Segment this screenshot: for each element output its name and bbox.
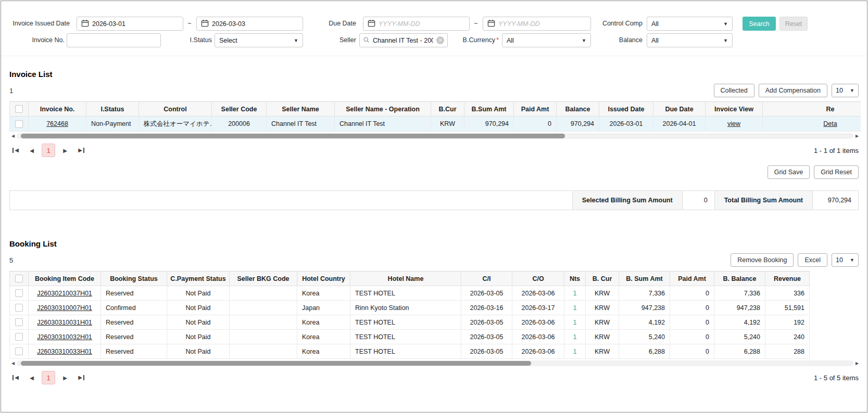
booking-item-code-cell-link[interactable]: J26030310033H01 (37, 348, 92, 355)
grid-save-button[interactable]: Grid Save (768, 165, 810, 179)
invoice-issued-date-label: Invoice Issued Date (9, 17, 70, 31)
first-page-button[interactable]: ◀ (9, 144, 22, 157)
add-compensation-button[interactable]: Add Compensation (759, 84, 827, 97)
col-issued-date[interactable]: Issued Date (599, 102, 653, 117)
prev-page-button[interactable]: ◀ (26, 144, 38, 157)
col-bsum-amt[interactable]: B.Sum Amt (464, 102, 514, 117)
calendar-icon[interactable] (487, 19, 495, 29)
scroll-left-icon[interactable]: ◀ (9, 133, 17, 139)
col-seller-code[interactable]: Seller Code (212, 102, 267, 117)
invoice-pager: ◀ ◀ 1 ▶ ▶ (9, 144, 87, 157)
invoice-view-cell-link[interactable]: view (727, 120, 740, 127)
control-comp-select[interactable]: All ▼ (647, 17, 733, 31)
row-checkbox[interactable] (15, 347, 23, 355)
grid-reset-button[interactable]: Grid Reset (814, 165, 859, 179)
invoice-no-input[interactable] (71, 37, 156, 44)
prev-page-button[interactable]: ◀ (26, 371, 38, 384)
next-page-button[interactable]: ▶ (59, 371, 71, 384)
col-control[interactable]: Control (139, 102, 212, 117)
booking-item-code-cell-link[interactable]: J26030310007H01 (37, 304, 92, 312)
col-seller-bkg-code[interactable]: Seller BKG Code (230, 272, 297, 286)
col-bbalance[interactable]: B. Balance (714, 272, 765, 286)
col-receipt[interactable]: Re (763, 102, 861, 117)
receipt-cell-link[interactable]: Deta (823, 120, 837, 127)
col-seller-name[interactable]: Seller Name (267, 102, 335, 117)
invoice-no-field[interactable] (67, 33, 161, 47)
select-all-checkbox[interactable] (15, 275, 23, 282)
booking-item-code-cell-link[interactable]: J26030210037H01 (37, 290, 92, 297)
booking-horizontal-scrollbar[interactable]: ◀ ▶ (9, 360, 861, 366)
calendar-icon[interactable] (81, 19, 89, 29)
col-istatus[interactable]: I.Status (86, 102, 139, 117)
row-checkbox[interactable] (15, 333, 23, 341)
col-invoice-view[interactable]: Invoice View (706, 102, 763, 117)
col-cpayment-status[interactable]: C.Payment Status (167, 272, 230, 286)
col-revenue[interactable]: Revenue (765, 272, 810, 286)
issued-date-to-field[interactable] (196, 17, 303, 31)
clear-icon[interactable]: × (436, 36, 444, 44)
booking-item-code-cell-link[interactable]: J26030310031H01 (37, 319, 92, 326)
scrollbar-track[interactable] (17, 133, 853, 139)
col-checkout[interactable]: C/O (512, 272, 564, 286)
collected-button[interactable]: Collected (714, 84, 754, 97)
col-hotel-name[interactable]: Hotel Name (350, 272, 461, 286)
page-number-active[interactable]: 1 (42, 144, 55, 157)
last-page-button[interactable]: ▶ (75, 144, 87, 157)
col-hotel-country[interactable]: Hotel Country (297, 272, 350, 286)
scroll-left-icon[interactable]: ◀ (9, 360, 17, 366)
due-date-from-field[interactable] (363, 17, 470, 31)
issued-date-to-input[interactable] (212, 20, 298, 28)
row-checkbox[interactable] (15, 318, 23, 326)
col-booking-item-code[interactable]: Booking Item Code (29, 272, 101, 286)
scrollbar-thumb[interactable] (21, 134, 565, 138)
scrollbar-thumb[interactable] (21, 361, 531, 366)
calendar-icon[interactable] (368, 19, 375, 29)
col-bsum-amt[interactable]: B. Sum Amt (619, 272, 670, 286)
invoice-no-cell-link[interactable]: 762468 (46, 120, 68, 127)
col-seller-name-operation[interactable]: Seller Name - Operation (335, 102, 431, 117)
col-nts[interactable]: Nts (564, 272, 586, 286)
checkin-cell: 2026-03-05 (461, 286, 512, 301)
search-button[interactable]: Search (743, 17, 776, 31)
col-bcur[interactable]: B.Cur (431, 102, 464, 117)
booking-page-size-select[interactable]: 10 ▼ (832, 253, 859, 267)
scroll-right-icon[interactable]: ▶ (853, 360, 861, 366)
col-due-date[interactable]: Due Date (653, 102, 706, 117)
bcurrency-select[interactable]: All ▼ (502, 33, 591, 47)
col-paid-amt[interactable]: Paid Amt (514, 102, 557, 117)
seller-value: Channel IT Test - 2000 (373, 37, 433, 44)
row-checkbox-cell (10, 315, 29, 330)
due-date-from-input[interactable] (379, 20, 465, 28)
row-checkbox[interactable] (15, 120, 23, 128)
scroll-right-icon[interactable]: ▶ (853, 133, 861, 139)
issued-date-from-field[interactable] (77, 17, 183, 31)
col-checkin[interactable]: C/I (461, 272, 512, 286)
next-page-button[interactable]: ▶ (59, 144, 71, 157)
istatus-select[interactable]: Select ▼ (215, 33, 303, 47)
invoice-page-size-select[interactable]: 10 ▼ (832, 84, 859, 97)
row-checkbox[interactable] (15, 304, 23, 312)
reset-button[interactable]: Reset (779, 17, 808, 31)
excel-button[interactable]: Excel (798, 253, 827, 267)
col-invoice-no[interactable]: Invoice No. (29, 102, 86, 117)
bcur-cell: KRW (431, 117, 464, 132)
col-booking-status[interactable]: Booking Status (101, 272, 167, 286)
seller-field[interactable]: Channel IT Test - 2000 × (359, 33, 448, 47)
row-checkbox[interactable] (15, 289, 23, 297)
select-all-checkbox[interactable] (15, 105, 23, 113)
booking-item-code-cell-link[interactable]: J26030310032H01 (37, 333, 92, 341)
page-number-active[interactable]: 1 (42, 371, 55, 384)
scrollbar-track[interactable] (17, 360, 853, 366)
balance-select[interactable]: All ▼ (647, 33, 733, 47)
col-bcur[interactable]: B. Cur (586, 272, 619, 286)
first-page-button[interactable]: ◀ (9, 371, 22, 384)
col-paid-amt[interactable]: Paid Amt (670, 272, 714, 286)
col-balance[interactable]: Balance (557, 102, 599, 117)
calendar-icon[interactable] (201, 19, 209, 29)
issued-date-from-input[interactable] (92, 20, 179, 28)
cpayment-status-cell: Not Paid (167, 286, 230, 301)
invoice-horizontal-scrollbar[interactable]: ◀ ▶ (9, 133, 861, 139)
invoice-no-cell: 762468 (29, 117, 86, 132)
remove-booking-button[interactable]: Remove Booking (731, 253, 794, 267)
last-page-button[interactable]: ▶ (75, 371, 87, 384)
